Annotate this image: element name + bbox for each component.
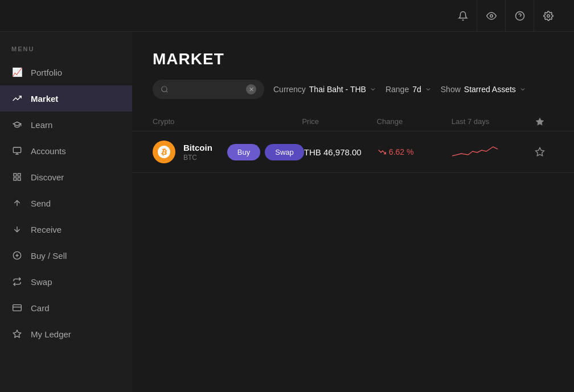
main-layout: MENU Portfolio Market Learn Accounts [0, 32, 574, 392]
col-price: Price [302, 117, 376, 126]
ledger-icon [11, 328, 23, 340]
main-content: MARKET ✕ Currency Thai Baht - THB Range … [132, 32, 574, 392]
svg-point-3 [547, 14, 550, 17]
svg-rect-5 [14, 174, 17, 176]
svg-rect-4 [13, 147, 20, 152]
sidebar-item-label: Portfolio [31, 68, 62, 77]
sidebar-item-label: Discover [31, 172, 64, 182]
sidebar-item-send[interactable]: Send [0, 190, 132, 216]
sidebar-item-label: Send [31, 199, 51, 208]
sidebar-item-market[interactable]: Market [0, 85, 132, 112]
show-value: Starred Assets [464, 85, 516, 94]
swap-button[interactable]: Swap [265, 144, 304, 160]
menu-label: MENU [0, 41, 132, 59]
sidebar-item-card[interactable]: Card [0, 295, 132, 321]
sidebar-item-learn[interactable]: Learn [0, 112, 132, 138]
sidebar-item-label: Swap [31, 277, 52, 287]
sidebar-item-swap[interactable]: Swap [0, 269, 132, 295]
sidebar-item-portfolio[interactable]: Portfolio [0, 59, 132, 85]
svg-point-0 [490, 14, 493, 17]
sidebar-item-label: My Ledger [31, 329, 71, 339]
sidebar-item-label: Market [31, 94, 58, 104]
sidebar-item-myledger[interactable]: My Ledger [0, 321, 132, 347]
discover-icon [11, 171, 23, 183]
crypto-cell: Bitcoin BTC Buy Swap [153, 141, 304, 163]
change-cell: 6.62 % [378, 147, 452, 156]
table-header: Crypto Price Change Last 7 days [132, 113, 574, 131]
notifications-button[interactable] [449, 0, 477, 32]
range-chevron-icon [425, 86, 432, 93]
show-chevron-icon [519, 86, 526, 93]
help-button[interactable] [506, 0, 534, 32]
col-starred [526, 117, 554, 126]
change-value: 6.62 % [389, 147, 414, 156]
price-cell: THB 46,978.00 [304, 147, 378, 157]
sidebar-item-label: Card [31, 303, 50, 313]
svg-marker-16 [13, 330, 20, 337]
svg-rect-7 [18, 178, 20, 180]
sidebar-item-label: Buy / Sell [31, 251, 67, 261]
sidebar-item-accounts[interactable]: Accounts [0, 138, 132, 164]
card-icon [11, 302, 23, 313]
send-icon [11, 197, 23, 209]
search-box[interactable]: ✕ [153, 80, 264, 99]
buy-button[interactable]: Buy [227, 144, 260, 160]
crypto-ticker: BTC [183, 154, 212, 162]
search-input[interactable] [173, 85, 241, 94]
range-value: 7d [412, 85, 421, 94]
down-arrow-icon [378, 148, 386, 156]
svg-rect-14 [13, 305, 22, 311]
btc-icon [153, 141, 175, 163]
svg-rect-8 [14, 178, 17, 180]
eye-button[interactable] [477, 0, 506, 32]
svg-point-17 [162, 86, 167, 92]
svg-marker-20 [536, 148, 544, 156]
show-label: Show [441, 85, 461, 94]
portfolio-icon [11, 67, 23, 78]
sidebar-item-discover[interactable]: Discover [0, 164, 132, 190]
currency-filter[interactable]: Currency Thai Baht - THB [273, 85, 376, 94]
last7days-cell [452, 142, 526, 162]
receive-icon [11, 224, 23, 235]
swap-icon [11, 276, 23, 287]
sidebar-item-receive[interactable]: Receive [0, 216, 132, 242]
currency-label: Currency [273, 85, 306, 94]
filter-bar: ✕ Currency Thai Baht - THB Range 7d Show… [132, 80, 574, 113]
topbar [0, 0, 574, 32]
sidebar-item-buysell[interactable]: Buy / Sell [0, 242, 132, 269]
settings-button[interactable] [534, 0, 563, 32]
range-filter[interactable]: Range 7d [386, 85, 432, 94]
clear-search-button[interactable]: ✕ [246, 84, 256, 94]
show-filter[interactable]: Show Starred Assets [441, 85, 526, 94]
action-buttons: Buy Swap [227, 144, 304, 160]
svg-line-18 [166, 91, 168, 93]
crypto-info: Bitcoin BTC [183, 143, 212, 162]
sparkline [452, 142, 498, 160]
svg-rect-6 [18, 174, 20, 176]
search-icon [161, 85, 169, 93]
page-title: MARKET [132, 32, 574, 80]
market-icon [11, 93, 23, 104]
col-last7days: Last 7 days [452, 117, 526, 126]
star-button[interactable] [526, 147, 554, 157]
sidebar-item-label: Learn [31, 120, 52, 130]
table-row: Bitcoin BTC Buy Swap THB 46,978.00 6.62 … [132, 131, 574, 173]
currency-value: Thai Baht - THB [309, 85, 366, 94]
sidebar-item-label: Receive [31, 225, 62, 234]
range-label: Range [386, 85, 409, 94]
sidebar-item-label: Accounts [31, 146, 66, 156]
crypto-name: Bitcoin [183, 143, 212, 152]
currency-chevron-icon [370, 86, 376, 93]
sidebar: MENU Portfolio Market Learn Accounts [0, 32, 132, 392]
svg-marker-19 [536, 118, 543, 125]
col-change: Change [377, 117, 452, 126]
accounts-icon [11, 145, 23, 156]
learn-icon [11, 119, 23, 130]
buysell-icon [11, 250, 23, 261]
col-crypto: Crypto [153, 117, 302, 126]
